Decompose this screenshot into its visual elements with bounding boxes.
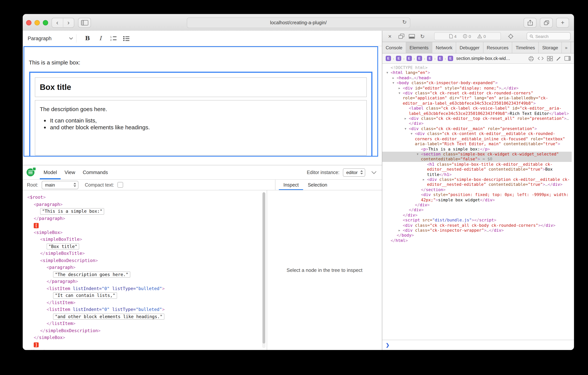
close-inspector-button[interactable]: × (386, 33, 394, 40)
model-tree-line[interactable]: <simpleBoxDescription> (23, 257, 267, 264)
minimize-window-button[interactable] (34, 20, 40, 25)
edit-pencil-icon[interactable] (556, 56, 561, 61)
dom-node-line[interactable]: ▶<div class="ck ck-editor__top ck-reset_… (382, 116, 572, 126)
issue-count[interactable]: 0 (463, 34, 471, 38)
model-text-node[interactable]: "and other block elements like headings.… (53, 313, 164, 320)
devtools-tab-elements[interactable]: Elements (406, 42, 432, 53)
disclosure-closed-icon[interactable]: ▶ (392, 76, 397, 81)
disclosure-open-icon[interactable]: ▼ (405, 126, 409, 131)
devtools-tab-debugger[interactable]: Debugger (456, 42, 483, 53)
details-sidebar-icon[interactable] (565, 56, 571, 61)
address-bar[interactable]: localhost/creating-a-plugin/ ↻ (187, 17, 410, 28)
italic-button[interactable]: I (94, 33, 107, 44)
simple-box-title-field[interactable]: Box title (35, 77, 367, 97)
model-tree-line[interactable]: </paragraph> (23, 215, 267, 222)
model-tree-line[interactable]: [ (23, 222, 267, 229)
tree-scrollbar[interactable] (262, 192, 266, 348)
model-text-node[interactable]: "This is a simple box:" (40, 208, 104, 214)
dom-node-line[interactable]: ▶<head>…</head> (382, 76, 572, 81)
model-text-node[interactable]: "It can contain lists," (53, 292, 117, 298)
forward-button[interactable]: › (63, 18, 74, 27)
disclosure-open-icon[interactable]: ▼ (387, 70, 391, 76)
detail-tab-inspect[interactable]: Inspect (279, 180, 303, 190)
close-window-button[interactable] (26, 20, 32, 25)
dom-node-line[interactable]: ▶<div class="simple-box-description ck-e… (382, 177, 572, 187)
add-tab-button[interactable]: + (571, 42, 574, 53)
bold-button[interactable]: B (81, 33, 94, 44)
dom-node-line[interactable]: </div> (382, 202, 572, 208)
numbered-list-button[interactable]: 1.2. (107, 33, 120, 44)
dom-node-line[interactable]: <h1 class="simple-box-title ck-editor__e… (382, 162, 572, 177)
model-tree-line[interactable]: </paragraph> (23, 278, 267, 285)
scrollbar-thumb[interactable] (262, 192, 265, 343)
dom-node-line[interactable]: <!DOCTYPE html> (382, 65, 572, 70)
tab-overview-button[interactable] (540, 18, 553, 28)
code-brackets-icon[interactable] (538, 56, 544, 61)
dom-node-line[interactable]: ▼<div class="ck ck-reset ck-editor ck-ro… (382, 91, 572, 106)
detail-tab-selection[interactable]: Selection (303, 180, 332, 190)
model-text-node[interactable]: "The description goes here." (53, 271, 130, 277)
bulleted-list-button[interactable] (120, 33, 133, 44)
dom-node-line[interactable]: ▼<div class="ck ck-editor__main" role="p… (382, 126, 572, 131)
back-button[interactable]: ‹ (52, 18, 63, 27)
breadcrumb-current-badge[interactable]: E (448, 56, 453, 61)
zoom-window-button[interactable] (43, 20, 48, 25)
model-tree-line[interactable]: <paragraph> (23, 201, 267, 208)
disclosure-closed-icon[interactable]: ▶ (399, 86, 403, 91)
breadcrumb-element-badge[interactable]: E (437, 56, 443, 61)
model-tree-line[interactable]: <listItem listIndent="0" listType="bulle… (23, 306, 267, 313)
breadcrumb-element-badge[interactable]: E (427, 56, 432, 61)
breadcrumb-element-badge[interactable]: E (406, 56, 412, 61)
ckeditor-editable-area[interactable]: This is a simple box: Box title The desc… (23, 46, 378, 157)
resource-count[interactable]: 4 (449, 34, 457, 38)
breadcrumb-current-label[interactable]: section.simple-box.ck-wid… (456, 56, 510, 61)
warning-count[interactable]: 0 (477, 34, 486, 38)
model-tree-line[interactable]: "The description goes here." (23, 271, 267, 278)
dom-node-line[interactable]: <div class="ck ck-reset_all ck-body ck-r… (382, 223, 572, 228)
root-select[interactable]: main (42, 181, 78, 189)
dom-node-line[interactable]: <script src="dist/bundle.js"></script> (382, 218, 572, 223)
disclosure-closed-icon[interactable]: ▶ (423, 177, 427, 182)
dock-bottom-button[interactable] (408, 33, 416, 40)
dom-node-line[interactable]: ▼<html lang="en"> (382, 70, 572, 76)
dom-node-line[interactable]: ▼<body class="ck-inspector-body-expanded… (382, 80, 572, 86)
devtools-tab-network[interactable]: Network (432, 42, 456, 53)
dom-node-line-selected[interactable]: ▼<section class="simple-box ck-widget ck… (382, 152, 572, 162)
inspector-search-field[interactable]: Search (527, 32, 571, 40)
reload-icon[interactable]: ↻ (402, 19, 407, 25)
inspector-tab-commands[interactable]: Commands (79, 165, 112, 179)
inspector-tab-model[interactable]: Model (40, 165, 61, 179)
breadcrumb-element-badge[interactable]: E (396, 56, 401, 61)
devtools-tab-storage[interactable]: Storage (539, 42, 562, 53)
model-tree-line[interactable]: <$root> (23, 194, 267, 201)
model-text-node[interactable]: "Box title" (47, 243, 79, 250)
collapse-inspector-button[interactable] (371, 171, 377, 174)
dom-node-line[interactable]: </section> (382, 187, 572, 192)
model-tree-line[interactable]: </simpleBox> (23, 334, 267, 341)
dom-node-line[interactable]: </body> (382, 233, 572, 238)
paragraph-style-dropdown[interactable]: Paragraph (28, 35, 73, 41)
devtools-tab-timelines[interactable]: Timelines (512, 42, 539, 53)
editor-instance-select[interactable]: editor (343, 168, 365, 176)
reload-page-button[interactable]: ↻ (418, 33, 427, 40)
dom-node-line[interactable]: ▶<div class="ck-inspector-wrapper">…</di… (382, 228, 572, 233)
grid-view-icon[interactable] (547, 56, 553, 61)
model-tree-line[interactable]: "Box title" (23, 243, 267, 250)
share-button[interactable] (524, 18, 536, 28)
editor-paragraph[interactable]: This is a simple box: (29, 59, 373, 66)
model-tree-line[interactable]: "It can contain lists," (23, 292, 267, 299)
detach-inspector-button[interactable] (397, 33, 405, 40)
dom-node-line[interactable]: </div> (382, 213, 572, 218)
dom-node-line[interactable]: ▼<div class="ck ck-content ck-editor__ed… (382, 131, 572, 146)
disclosure-closed-icon[interactable]: ▶ (405, 116, 409, 121)
model-tree-line[interactable]: <simpleBoxTitle> (23, 236, 267, 243)
sidebar-toggle-button[interactable] (78, 18, 91, 28)
print-icon[interactable] (528, 56, 534, 61)
model-tree-line[interactable]: <paragraph> (23, 264, 267, 271)
compact-text-checkbox[interactable] (117, 182, 123, 188)
dom-node-line[interactable]: ▶<div id="editor" style="display: none;"… (382, 86, 572, 91)
dom-node-line[interactable]: </html> (382, 238, 572, 243)
disclosure-open-icon[interactable]: ▼ (399, 91, 403, 96)
simple-box-widget[interactable]: Box title The description goes here. It … (29, 72, 372, 157)
inspector-tab-view[interactable]: View (61, 165, 79, 179)
